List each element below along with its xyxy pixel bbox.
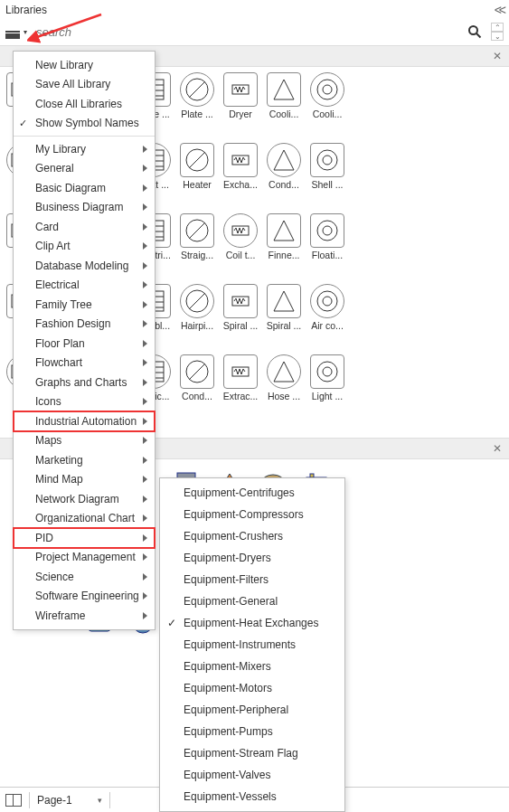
submenu: Equipment-CentrifugesEquipment-Compresso… <box>159 477 345 812</box>
menu-item[interactable]: Organizational Chart <box>14 509 155 529</box>
symbol-cell[interactable]: Dryer <box>219 72 262 132</box>
svg-line-2 <box>476 33 481 38</box>
menu-item[interactable]: Close All Libraries <box>14 94 155 114</box>
symbol-label: Finne... <box>263 250 305 260</box>
symbol-cell[interactable]: Hose ... <box>262 354 306 414</box>
submenu-item[interactable]: Equipment-Centrifuges <box>160 482 344 504</box>
symbol-cell[interactable]: Straig... <box>175 213 219 273</box>
menu-item[interactable]: Mind Map <box>14 470 155 490</box>
symbol-label: Cond... <box>176 391 218 401</box>
submenu-item[interactable]: Equipment-Heat Exchanges <box>160 612 344 634</box>
symbol-icon <box>310 213 344 248</box>
symbol-cell[interactable]: Excha... <box>219 143 262 203</box>
symbol-cell[interactable]: Cond... <box>262 143 306 203</box>
menu-item[interactable]: Basic Diagram <box>14 178 155 198</box>
svg-point-14 <box>317 80 337 99</box>
menu-item[interactable]: Network Diagram <box>14 489 155 509</box>
symbol-cell[interactable]: Extrac... <box>219 354 262 414</box>
symbol-icon <box>267 354 301 389</box>
submenu-item[interactable]: Equipment-Filters <box>160 569 344 590</box>
menu-item[interactable]: Show Symbol Names <box>14 114 155 134</box>
menu-item[interactable]: Graphs and Charts <box>14 373 155 392</box>
menu-item[interactable]: General <box>14 159 155 179</box>
svg-point-1 <box>469 26 477 34</box>
library-dropdown-arrow[interactable]: ▾ <box>24 28 27 36</box>
menu-item[interactable]: Project Management <box>14 548 155 568</box>
menu-item[interactable]: Icons <box>14 392 155 412</box>
pages-icon[interactable] <box>5 794 22 807</box>
symbol-label: Spiral ... <box>220 320 261 331</box>
menu-item[interactable]: Science <box>14 567 155 587</box>
submenu-item[interactable]: Equipment-Mixers <box>160 656 344 677</box>
menu-item[interactable]: Save All Library <box>14 75 155 95</box>
symbol-cell[interactable]: Hairpi... <box>175 284 219 344</box>
close-icon[interactable]: ✕ <box>493 50 502 62</box>
menu-item[interactable]: PID <box>14 528 155 548</box>
submenu-item[interactable]: Equipment-Crushers <box>160 525 344 547</box>
symbol-label: Cooli... <box>306 109 348 119</box>
collapse-icon[interactable]: << <box>495 3 504 17</box>
page-label: Page-1 <box>37 794 72 807</box>
symbol-label: Spiral ... <box>263 320 305 331</box>
symbol-cell[interactable]: Cooli... <box>262 72 306 132</box>
menu-item[interactable]: Card <box>14 217 155 237</box>
symbol-icon <box>267 284 301 318</box>
symbol-cell[interactable]: Cond... <box>175 354 219 414</box>
menu-item[interactable]: Flowchart <box>14 354 155 373</box>
submenu-item[interactable]: Equipment-Valves <box>160 764 344 786</box>
spinner-up-icon[interactable]: ⌃ <box>491 23 504 32</box>
search-icon[interactable] <box>467 24 482 39</box>
submenu-item[interactable]: Equipment-General <box>160 590 344 612</box>
menu-item[interactable]: Floor Plan <box>14 334 155 354</box>
menu-item[interactable]: Family Tree <box>14 295 155 315</box>
symbol-cell[interactable]: Spiral ... <box>262 284 306 344</box>
symbol-cell[interactable]: Floati... <box>306 213 349 273</box>
svg-point-40 <box>317 221 337 241</box>
symbol-cell[interactable]: Coil t... <box>219 213 262 273</box>
menu-item[interactable]: Fashion Design <box>14 315 155 335</box>
menu-item[interactable]: Industrial Automation <box>14 411 155 431</box>
menu-item[interactable]: Database Modeling <box>14 256 155 276</box>
menu-item[interactable]: Maps <box>14 431 155 451</box>
submenu-item[interactable]: Equipment-Dryers <box>160 547 344 569</box>
symbol-cell[interactable]: Heater <box>175 143 219 203</box>
panel-header: Libraries << <box>0 0 509 20</box>
symbol-cell[interactable]: Light ... <box>306 354 349 414</box>
symbol-label: Heater <box>176 179 218 190</box>
symbol-label: Extrac... <box>220 391 261 401</box>
menu-item[interactable]: New Library <box>14 55 155 75</box>
submenu-item[interactable]: Equipment-Motors <box>160 677 344 699</box>
search-input[interactable] <box>33 25 462 39</box>
symbol-cell[interactable]: Finne... <box>262 213 306 273</box>
library-icon[interactable] <box>5 24 20 39</box>
zoom-spinner[interactable]: ⌃ ⌄ <box>491 23 504 41</box>
menu-item[interactable]: My Library <box>14 139 155 159</box>
symbol-cell[interactable]: Air co... <box>306 284 349 344</box>
submenu-item[interactable]: Equipment-Instruments <box>160 634 344 656</box>
svg-line-64 <box>189 364 205 380</box>
symbol-cell[interactable]: Cooli... <box>306 72 349 132</box>
close-icon[interactable]: ✕ <box>493 442 502 455</box>
menu-item[interactable]: Clip Art <box>14 237 155 257</box>
symbol-label: Dryer <box>220 109 261 119</box>
submenu-item[interactable]: Equipment-Stream Flag <box>160 742 344 764</box>
symbol-icon <box>267 213 301 248</box>
submenu-item[interactable]: Equipment-Pumps <box>160 721 344 742</box>
spinner-down-icon[interactable]: ⌄ <box>491 32 504 41</box>
submenu-item[interactable]: Equipment-Peripheral <box>160 699 344 721</box>
submenu-item[interactable]: Equipment-Compressors <box>160 504 344 525</box>
menu-item[interactable]: Wireframe <box>14 606 155 626</box>
symbol-label: Cooli... <box>263 109 305 119</box>
menu-item[interactable]: Marketing <box>14 450 155 470</box>
submenu-item[interactable]: Equipment-Vessels <box>160 786 344 807</box>
menu-item[interactable]: Software Engineering <box>14 587 155 607</box>
symbol-cell[interactable]: Plate ... <box>175 72 219 132</box>
menu-item[interactable]: Business Diagram <box>14 198 155 218</box>
svg-line-12 <box>189 81 205 98</box>
symbol-cell[interactable]: Shell ... <box>306 143 349 203</box>
svg-line-51 <box>189 293 205 309</box>
menu-item[interactable]: Electrical <box>14 276 155 296</box>
symbol-icon <box>223 354 258 389</box>
page-dropdown[interactable]: Page-1 ▾ <box>37 794 102 807</box>
symbol-cell[interactable]: Spiral ... <box>219 284 262 344</box>
